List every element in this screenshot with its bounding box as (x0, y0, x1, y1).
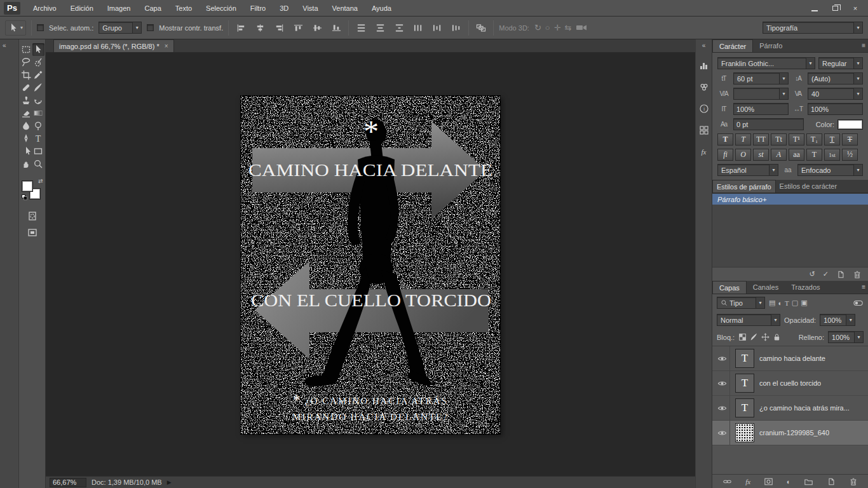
collapse-left-dock-icon[interactable]: « (0, 41, 18, 50)
tool-dodge[interactable] (32, 119, 44, 132)
font-family-dropdown[interactable]: Franklin Gothic...▾ (717, 57, 815, 69)
subscript-button[interactable]: T₁ (806, 133, 822, 146)
language-dropdown[interactable]: Español▾ (717, 164, 778, 176)
auto-select-checkbox[interactable] (37, 24, 44, 31)
show-transform-checkbox[interactable] (147, 24, 154, 31)
quick-mask-button[interactable] (27, 211, 37, 221)
tool-gradient[interactable] (32, 107, 44, 119)
faux-italic-button[interactable]: T (735, 133, 751, 146)
3d-slide-icon[interactable]: ⇆ (565, 23, 572, 32)
tool-zoom[interactable] (32, 158, 44, 170)
underline-button[interactable]: T (824, 133, 840, 146)
font-style-dropdown[interactable]: Regular▾ (818, 57, 863, 69)
menu-texto[interactable]: Texto (169, 2, 198, 15)
align-left-button[interactable] (234, 21, 248, 35)
done-check-icon[interactable]: ✓ (823, 270, 829, 278)
new-group-folder-icon[interactable] (804, 477, 813, 486)
collapse-right-dock-icon[interactable]: « (700, 41, 709, 50)
distribute-vcenter-button[interactable] (373, 21, 387, 35)
menu-filtro[interactable]: Filtro (244, 2, 272, 15)
3d-orbit-icon[interactable]: ↻ (534, 23, 541, 32)
tool-healing-brush[interactable] (20, 81, 32, 94)
3d-pan-icon[interactable]: ✛ (554, 23, 561, 32)
tool-history-brush[interactable] (32, 94, 44, 107)
distribute-top-button[interactable] (354, 21, 368, 35)
layer-row-con-el-cuello-torcido[interactable]: T con el cuello torcido (712, 371, 868, 396)
tab-close-icon[interactable]: × (165, 43, 168, 50)
opacity-dropdown[interactable]: 100%▾ (820, 314, 855, 326)
swash-button[interactable]: O (735, 149, 751, 161)
3d-camera-icon[interactable] (576, 24, 587, 32)
text-color-swatch[interactable] (837, 119, 863, 130)
text-layer-thumbnail[interactable]: T (735, 398, 754, 417)
filter-shape-layers-icon[interactable]: ▢ (792, 299, 798, 307)
ordinals-button[interactable]: 1st (824, 149, 840, 161)
fill-dropdown[interactable]: 100%▾ (828, 331, 864, 343)
baseline-shift-field[interactable]: 0 pt (733, 118, 804, 130)
layer-row-camino-hacia-delante[interactable]: T camino hacia delante (712, 346, 868, 371)
lock-transparency-icon[interactable] (738, 333, 747, 341)
foreground-color-swatch[interactable] (22, 180, 33, 192)
layer-comps-panel-icon[interactable] (698, 124, 710, 137)
blend-mode-dropdown[interactable]: Normal▾ (717, 314, 780, 326)
swap-colors-icon[interactable]: ⇄ (38, 178, 43, 184)
link-layers-icon[interactable] (722, 477, 732, 486)
tab-caracter[interactable]: Carácter (712, 39, 753, 52)
menu-vista[interactable]: Vista (296, 2, 324, 15)
style-item-basico[interactable]: Párrafo básico+ (712, 194, 868, 205)
layer-row-cranium[interactable]: cranium-1299985_640 (712, 421, 868, 445)
all-caps-button[interactable]: TT (753, 133, 769, 146)
discretionary-ligatures-button[interactable]: st (753, 149, 769, 161)
strikethrough-button[interactable]: T (842, 133, 858, 146)
image-layer-thumbnail[interactable] (735, 423, 754, 442)
tool-lasso[interactable] (20, 56, 32, 69)
screen-mode-button[interactable] (27, 227, 37, 238)
visibility-toggle[interactable] (715, 421, 730, 445)
layer-row-o-camino-hacia-atras[interactable]: T ¿o camino hacia atrás mira... (712, 396, 868, 421)
filter-toggle-switch[interactable] (853, 299, 864, 307)
new-style-icon[interactable] (836, 270, 845, 279)
tab-parrafo[interactable]: Párrafo (753, 39, 789, 52)
panel-menu-icon[interactable]: ≡ (862, 42, 865, 49)
tool-rect-marquee[interactable] (20, 43, 32, 56)
tool-eraser[interactable] (20, 107, 32, 119)
tool-blur[interactable] (20, 119, 32, 132)
oldstyle-button[interactable]: aa (789, 149, 804, 161)
lock-pixels-icon[interactable] (750, 333, 758, 341)
lock-position-icon[interactable] (761, 333, 770, 341)
canvas[interactable]: * CAMINO HACIA DELANTE CON EL CUELLO TOR… (46, 53, 695, 476)
menu-capa[interactable]: Capa (138, 2, 167, 15)
font-size-dropdown[interactable]: 60 pt▾ (733, 72, 789, 85)
align-vmiddle-button[interactable] (310, 21, 324, 35)
tracking-dropdown[interactable]: 40▾ (808, 88, 863, 100)
small-caps-button[interactable]: Tt (771, 133, 787, 146)
minimize-button[interactable] (806, 3, 824, 14)
align-hcenter-button[interactable] (253, 21, 267, 35)
text-layer-thumbnail[interactable]: T (735, 349, 754, 368)
menu-edicion[interactable]: Edición (64, 2, 100, 15)
status-menu-arrow-icon[interactable]: ▶ (167, 479, 172, 485)
filter-adjustment-layers-icon[interactable]: ◐ (778, 299, 782, 307)
delete-layer-trash-icon[interactable] (849, 477, 858, 486)
panel-menu-icon[interactable]: ≡ (862, 283, 865, 290)
workspace-switcher[interactable]: Tipografía ▾ (763, 22, 863, 34)
menu-3d[interactable]: 3D (273, 2, 295, 15)
tool-clone-stamp[interactable] (20, 94, 32, 107)
tool-quick-select[interactable] (32, 56, 44, 69)
menu-ayuda[interactable]: Ayuda (365, 2, 398, 15)
tool-type[interactable]: T (32, 132, 44, 145)
menu-seleccion[interactable]: Selección (200, 2, 243, 15)
stylistic-alternates-button[interactable]: A (771, 149, 787, 161)
restore-button[interactable] (826, 3, 844, 14)
document-tab[interactable]: imago.psd al 66,7% (*, RGB/8) * × (53, 39, 174, 52)
align-top-button[interactable] (291, 21, 305, 35)
styles-fx-panel-icon[interactable]: fx (698, 146, 710, 158)
color-panel-icon[interactable] (698, 81, 710, 93)
distribute-right-button[interactable] (449, 21, 463, 35)
kerning-dropdown[interactable]: ▾ (733, 88, 789, 100)
zoom-level-field[interactable]: 66,67% (50, 478, 86, 487)
vertical-scale-field[interactable]: 100% (733, 103, 789, 115)
default-colors-icon[interactable] (22, 194, 27, 200)
menu-imagen[interactable]: Imagen (101, 2, 137, 15)
tool-path-select[interactable] (20, 145, 32, 158)
